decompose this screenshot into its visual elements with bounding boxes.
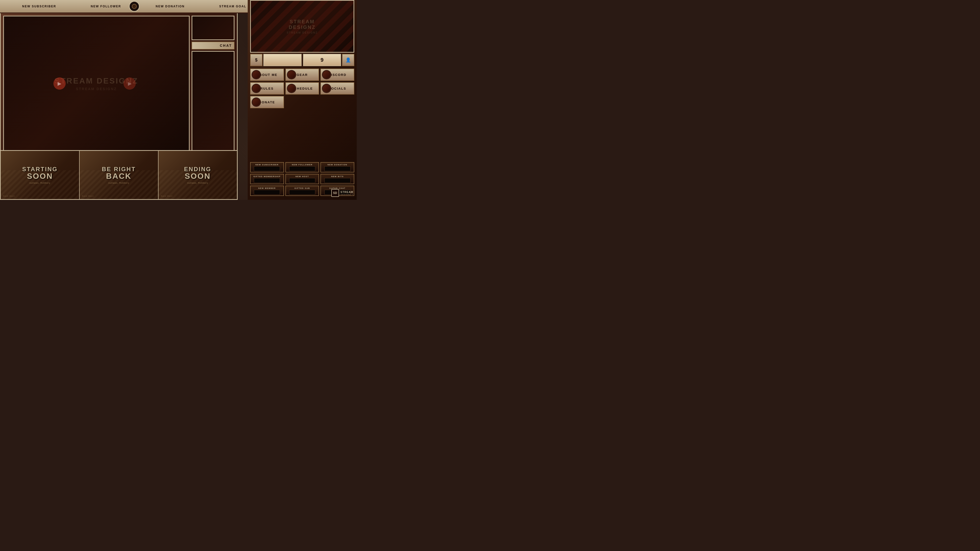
- preview-ending-soon-text: ENDING SOON outlaws, Robbery: [184, 166, 211, 184]
- alert-new-follower: NEW FOLLOWER: [91, 5, 121, 8]
- chat-messages-box: [192, 51, 234, 151]
- preview-be-right-back: BE RIGHT BACK outlaws, Robbery Back Want: [80, 151, 159, 199]
- be-right-back-sub: outlaws, Robbery: [102, 182, 136, 184]
- about-me-button[interactable]: ABOUT ME: [250, 68, 284, 81]
- alert-box-gifted-sub-value: [289, 190, 315, 195]
- chat-sidebar: CHAT: [192, 16, 234, 151]
- donate-spacer: [285, 96, 354, 108]
- alert-box-gifted-sub-label: GIFTED SUB: [294, 187, 310, 189]
- discord-icon: [322, 70, 331, 79]
- alert-badge-inner: [132, 4, 137, 9]
- dollar-stat-box: $: [250, 54, 262, 66]
- alert-box-gifted-membership-value: [254, 178, 280, 183]
- person-value-area: 9: [303, 54, 341, 66]
- schedule-icon: [287, 84, 296, 93]
- dollar-icon: $: [255, 57, 258, 63]
- alert-box-new-member-value: [254, 190, 280, 195]
- alert-box-donation-label: NEW DONATION: [328, 164, 347, 166]
- preview-ending-soon: ENDING SOON outlaws, Robbery Back Want: [159, 151, 237, 199]
- preview-be-right-back-text: BE RIGHT BACK outlaws, Robbery: [102, 166, 136, 184]
- alert-box-follower-label: NEW FOLLOWER: [292, 164, 313, 166]
- alert-box-new-host-value: [289, 178, 315, 183]
- main-panel: STREAM DESIGNZ STREAM DESIGNZ STREAM DES…: [0, 13, 238, 200]
- about-me-icon: [251, 70, 261, 79]
- alert-box-new-bits-value: [325, 178, 351, 183]
- donate-button[interactable]: DONATE: [250, 96, 284, 108]
- alert-new-subscriber: NEW SUBSCRIBER: [22, 5, 56, 8]
- socials-icon: [322, 84, 331, 93]
- cam-preview-right: STREAM DESIGNZ STREAM DESIGNZ: [250, 0, 354, 52]
- ending-soon-sub: outlaws, Robbery: [184, 182, 211, 184]
- alert-box-new-bits-label: NEW BITS: [331, 175, 344, 178]
- alert-box-subscriber-value: [254, 166, 280, 171]
- alert-box-gifted-membership-label: GIFTED MEMBERSHIP: [253, 175, 280, 178]
- alert-box-new-bits: NEW BITS: [320, 174, 354, 184]
- socials-button[interactable]: SOCIALS: [320, 82, 354, 95]
- starting-soon-line2: SOON: [22, 171, 58, 181]
- donate-icon: [251, 97, 261, 107]
- panel-btn-row-3: DONATE: [250, 96, 354, 108]
- preview-starting-soon-text: STARTING SOON outlaws, Robbery: [22, 166, 58, 184]
- alert-box-follower-value: [289, 166, 315, 171]
- alert-box-new-subscriber: NEW SUBSCRIBER: [250, 162, 284, 172]
- starting-soon-sub: outlaws, Robbery: [22, 182, 58, 184]
- gear-label: GEAR: [297, 73, 308, 77]
- sd-logo-main: STREAM: [340, 191, 353, 194]
- alert-box-new-host: NEW HOST: [285, 174, 319, 184]
- gear-button[interactable]: GEAR: [285, 68, 319, 81]
- preview-starting-soon: STARTING SOON outlaws, Robbery Back Want: [1, 151, 80, 199]
- be-right-back-line2: BACK: [102, 171, 136, 181]
- panel-btn-row-1: ABOUT ME GEAR DISCORD: [250, 68, 354, 81]
- person-stat-box: 👤: [342, 54, 354, 66]
- panel-btn-row-2: RULES SCHEDULE SOCIALS: [250, 82, 354, 95]
- stats-bar: $ 9 👤: [250, 54, 354, 66]
- alert-box-new-host-label: NEW HOST: [296, 175, 309, 178]
- right-panel: STREAM DESIGNZ STREAM DESIGNZ $ 9: [248, 0, 357, 200]
- sd-logo-text: STREAM DESIGNZ™: [340, 191, 353, 196]
- alert-center-badge: [129, 1, 140, 12]
- alert-box-subscriber-label: NEW SUBSCRIBER: [255, 164, 278, 166]
- sd-badge: SD: [331, 189, 339, 197]
- alert-stream-goal: STREAM GOAL: [219, 5, 247, 8]
- ending-soon-line2: SOON: [184, 171, 211, 181]
- main-container: NEW SUBSCRIBER NEW FOLLOWER NEW DONATION…: [0, 0, 357, 200]
- donate-label: DONATE: [259, 100, 275, 104]
- alert-box-gifted-membership: GIFTED MEMBERSHIP: [250, 174, 284, 184]
- alert-box-new-member-label: NEW MEMBER: [258, 187, 275, 189]
- chat-label-bar: CHAT: [192, 41, 234, 49]
- person-value: 9: [320, 57, 323, 63]
- panel-buttons: ABOUT ME GEAR DISCORD: [250, 68, 354, 110]
- cam-watermark-right: STREAM DESIGNZ STREAM DESIGNZ: [277, 19, 328, 34]
- rules-button[interactable]: RULES: [250, 82, 284, 95]
- gear-icon: [287, 70, 296, 79]
- sd-logo: SD STREAM DESIGNZ™: [331, 189, 353, 197]
- person-icon: 👤: [345, 57, 351, 63]
- dollar-value-area: [263, 54, 302, 66]
- rules-icon: [251, 84, 261, 93]
- alert-box-gifted-sub: GIFTED SUB: [285, 186, 319, 196]
- alert-new-donation: NEW DONATION: [156, 5, 185, 8]
- play-icon-left: ▶: [53, 78, 66, 90]
- alert-row-2: GIFTED MEMBERSHIP NEW HOST NEW BITS: [250, 174, 354, 184]
- webcam-area: STREAM DESIGNZ STREAM DESIGNZ ▶ ▶: [3, 16, 189, 151]
- play-icon-right: ▶: [124, 78, 136, 90]
- chat-cam-box: [192, 16, 234, 40]
- rules-label: RULES: [261, 87, 274, 91]
- discord-button[interactable]: DISCORD: [320, 68, 354, 81]
- alert-row-1: NEW SUBSCRIBER NEW FOLLOWER NEW DONATION: [250, 162, 354, 172]
- alert-bar: NEW SUBSCRIBER NEW FOLLOWER NEW DONATION…: [0, 0, 269, 13]
- alert-box-donation-value: [325, 166, 351, 171]
- alert-box-new-donation: NEW DONATION: [320, 162, 354, 172]
- alert-box-new-follower: NEW FOLLOWER: [285, 162, 319, 172]
- chat-label: CHAT: [220, 44, 232, 48]
- sd-logo-sub: DESIGNZ™: [340, 194, 353, 196]
- alert-box-new-member: NEW MEMBER: [250, 186, 284, 196]
- content-area: STREAM DESIGNZ STREAM DESIGNZ ▶ ▶ CHAT: [3, 16, 234, 151]
- preview-screens: STARTING SOON outlaws, Robbery Back Want…: [1, 150, 237, 199]
- schedule-button[interactable]: SCHEDULE: [285, 82, 319, 95]
